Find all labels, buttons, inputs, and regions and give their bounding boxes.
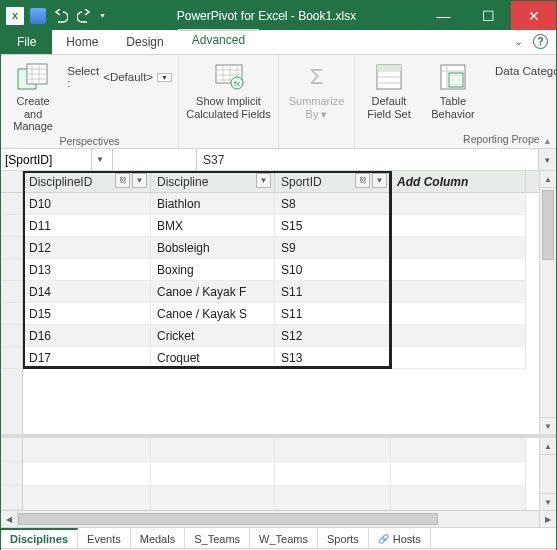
name-box[interactable]: [SportID] ▼ bbox=[1, 149, 113, 170]
quick-access-toolbar: X ▼ bbox=[1, 6, 112, 26]
measure-grid: ▲ ▼ bbox=[1, 434, 556, 510]
formula-value[interactable]: S37 bbox=[197, 149, 538, 170]
scroll-thumb[interactable] bbox=[18, 513, 438, 525]
cell-disciplineid[interactable]: D16 bbox=[23, 325, 151, 347]
create-manage-button[interactable]: Create and Manage bbox=[7, 59, 59, 133]
app-icon[interactable]: X bbox=[5, 6, 25, 26]
scroll-up-icon[interactable]: ▲ bbox=[540, 171, 556, 188]
scroll-left-icon[interactable]: ◀ bbox=[1, 511, 18, 527]
formula-bar: [SportID] ▼ S37 ▾ bbox=[1, 149, 556, 171]
cell-disciplineid[interactable]: D10 bbox=[23, 193, 151, 215]
ribbon-options-icon[interactable]: ⌄ bbox=[514, 35, 523, 48]
default-field-set-button[interactable]: Default Field Set bbox=[361, 59, 417, 120]
svg-text:fx: fx bbox=[233, 79, 239, 88]
ribbon-collapse-icon[interactable]: ▲ bbox=[543, 136, 552, 146]
column-header-sportid[interactable]: SportID ⛓▼ bbox=[275, 171, 391, 192]
tab-design[interactable]: Design bbox=[112, 29, 177, 54]
data-category-dropdown[interactable]: Data Catego bbox=[489, 59, 556, 77]
scroll-down-icon[interactable]: ▼ bbox=[540, 493, 556, 510]
maximize-button[interactable]: ☐ bbox=[466, 1, 511, 30]
relationship-icon[interactable]: ⛓ bbox=[355, 173, 370, 188]
sheet-tab-hosts[interactable]: 🔗Hosts bbox=[369, 528, 431, 548]
svg-rect-6 bbox=[377, 65, 401, 71]
filter-icon[interactable]: ▼ bbox=[372, 173, 387, 188]
cell-disciplineid[interactable]: D12 bbox=[23, 237, 151, 259]
cell-disciplineid[interactable]: D14 bbox=[23, 281, 151, 303]
cell-sportid[interactable]: S11 bbox=[275, 303, 391, 325]
scroll-thumb[interactable] bbox=[542, 190, 554, 260]
sheet-tab-w_teams[interactable]: W_Teams bbox=[250, 528, 318, 548]
cell-disciplineid[interactable]: D11 bbox=[23, 215, 151, 237]
save-button[interactable] bbox=[28, 6, 48, 26]
scroll-down-icon[interactable]: ▼ bbox=[540, 417, 556, 434]
sheet-tab-sports[interactable]: Sports bbox=[318, 528, 369, 548]
vertical-scrollbar[interactable]: ▲ ▼ bbox=[539, 171, 556, 434]
window-title: PowerPivot for Excel - Book1.xlsx bbox=[112, 9, 421, 23]
vertical-scrollbar-lower[interactable]: ▲ ▼ bbox=[539, 438, 556, 510]
app-window: X ▼ PowerPivot for Excel - Book1.xlsx — … bbox=[0, 0, 557, 550]
group-label-reporting: Reporting Prope bbox=[361, 131, 556, 148]
ribbon: Create and Manage Select : <Default> ▼ P… bbox=[1, 55, 556, 149]
filter-icon[interactable]: ▼ bbox=[256, 173, 271, 188]
table-row[interactable]: D15Canoe / Kayak SS11 bbox=[23, 303, 539, 325]
cell-discipline[interactable]: Canoe / Kayak S bbox=[151, 303, 275, 325]
filter-icon[interactable]: ▼ bbox=[132, 173, 147, 188]
table-row[interactable]: D17CroquetS13 bbox=[23, 347, 539, 369]
cell-sportid[interactable]: S13 bbox=[275, 347, 391, 369]
cell-sportid[interactable]: S9 bbox=[275, 237, 391, 259]
show-implicit-fields-button[interactable]: fx Show Implicit Calculated Fields bbox=[185, 59, 272, 120]
relationship-icon[interactable]: ⛓ bbox=[115, 173, 130, 188]
cell-discipline[interactable]: Cricket bbox=[151, 325, 275, 347]
cell-disciplineid[interactable]: D15 bbox=[23, 303, 151, 325]
cell-sportid[interactable]: S10 bbox=[275, 259, 391, 281]
cell-discipline[interactable]: Croquet bbox=[151, 347, 275, 369]
add-column-header[interactable]: Add Column bbox=[391, 171, 526, 192]
sheet-tab-bar: DisciplinesEventsMedalsS_TeamsW_TeamsSpo… bbox=[1, 527, 556, 548]
qat-dropdown[interactable]: ▼ bbox=[97, 12, 108, 19]
column-header-discipline[interactable]: Discipline ▼ bbox=[151, 171, 275, 192]
horizontal-scrollbar[interactable]: ◀ ▶ bbox=[1, 510, 556, 527]
table-row[interactable]: D14Canoe / Kayak FS11 bbox=[23, 281, 539, 303]
table-row[interactable]: D10BiathlonS8 bbox=[23, 193, 539, 215]
cell-sportid[interactable]: S8 bbox=[275, 193, 391, 215]
sheet-tab-disciplines[interactable]: Disciplines bbox=[1, 528, 78, 548]
close-button[interactable]: ✕ bbox=[511, 1, 556, 30]
cell-discipline[interactable]: Biathlon bbox=[151, 193, 275, 215]
cell-discipline[interactable]: Bobsleigh bbox=[151, 237, 275, 259]
svg-rect-8 bbox=[449, 73, 463, 87]
table-row[interactable]: D16CricketS12 bbox=[23, 325, 539, 347]
table-row[interactable]: D11BMXS15 bbox=[23, 215, 539, 237]
tab-file[interactable]: File bbox=[1, 29, 52, 54]
group-label-perspectives: Perspectives bbox=[7, 133, 172, 149]
window-buttons: — ☐ ✕ bbox=[421, 1, 556, 30]
cell-disciplineid[interactable]: D17 bbox=[23, 347, 151, 369]
table-behavior-button[interactable]: Table Behavior bbox=[425, 59, 481, 120]
scroll-right-icon[interactable]: ▶ bbox=[539, 511, 556, 527]
cell-sportid[interactable]: S11 bbox=[275, 281, 391, 303]
cell-sportid[interactable]: S15 bbox=[275, 215, 391, 237]
column-header-disciplineid[interactable]: DisciplineID ⛓▼ bbox=[23, 171, 151, 192]
minimize-button[interactable]: — bbox=[421, 1, 466, 30]
cell-disciplineid[interactable]: D13 bbox=[23, 259, 151, 281]
table-row[interactable]: D13BoxingS10 bbox=[23, 259, 539, 281]
expand-formula-icon[interactable]: ▾ bbox=[538, 149, 556, 170]
cell-discipline[interactable]: Canoe / Kayak F bbox=[151, 281, 275, 303]
undo-button[interactable] bbox=[51, 6, 71, 26]
summarize-by-button: Σ Summarize By ▾ bbox=[285, 59, 348, 120]
chevron-down-icon[interactable]: ▼ bbox=[157, 73, 172, 82]
perspective-select[interactable]: Select : <Default> ▼ bbox=[67, 59, 172, 89]
sheet-tab-events[interactable]: Events bbox=[78, 528, 131, 548]
scroll-up-icon[interactable]: ▲ bbox=[540, 438, 556, 455]
help-icon[interactable]: ? bbox=[533, 34, 548, 49]
title-bar: X ▼ PowerPivot for Excel - Book1.xlsx — … bbox=[1, 1, 556, 30]
table-row[interactable]: D12BobsleighS9 bbox=[23, 237, 539, 259]
cell-sportid[interactable]: S12 bbox=[275, 325, 391, 347]
sheet-tab-medals[interactable]: Medals bbox=[131, 528, 185, 548]
tab-advanced[interactable]: Advanced bbox=[178, 29, 259, 54]
cell-discipline[interactable]: BMX bbox=[151, 215, 275, 237]
sheet-tab-s_teams[interactable]: S_Teams bbox=[185, 528, 250, 548]
chevron-down-icon[interactable]: ▼ bbox=[91, 149, 108, 170]
tab-home[interactable]: Home bbox=[52, 29, 112, 54]
cell-discipline[interactable]: Boxing bbox=[151, 259, 275, 281]
redo-button[interactable] bbox=[74, 6, 94, 26]
